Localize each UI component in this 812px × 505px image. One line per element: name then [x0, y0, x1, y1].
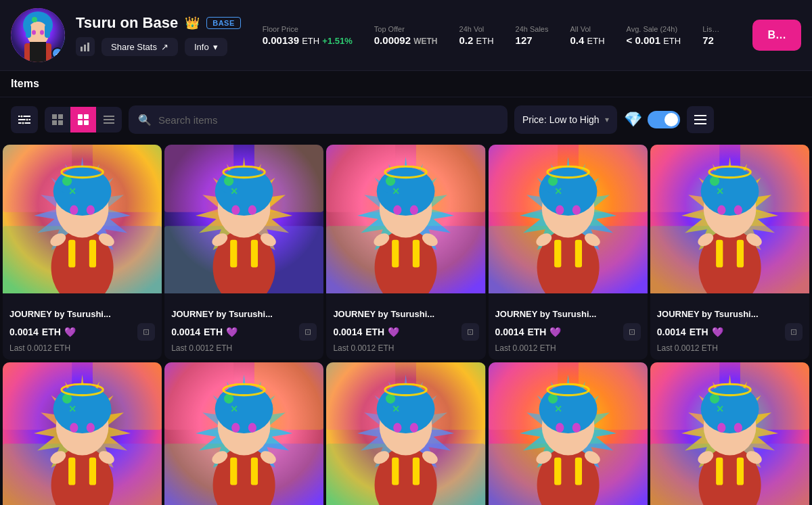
nft-price-row: 0.0014 ETH 💜 ⊡	[171, 323, 317, 341]
toolbar: 🔍 Price: Low to High ▾ 💎	[0, 97, 812, 142]
search-input[interactable]	[158, 114, 498, 126]
all-vol-value: 0.4 ETH	[570, 34, 604, 46]
svg-point-18	[21, 116, 23, 118]
nft-card[interactable]: ✕ JOURNEY by Tsurushi... 0.0014 ETH 💜 ⊡ …	[489, 145, 648, 360]
info-button[interactable]: Info ▾	[185, 38, 227, 56]
chevron-down-icon: ▾	[213, 42, 218, 52]
nft-image: ✕	[164, 362, 323, 505]
view-list-button[interactable]	[96, 107, 122, 133]
svg-rect-11	[81, 47, 83, 51]
svg-point-144	[87, 423, 95, 433]
right-filter-button[interactable]	[687, 106, 714, 133]
svg-point-124	[717, 206, 725, 215]
sort-dropdown[interactable]: Price: Low to High ▾	[514, 105, 617, 134]
svg-rect-164	[230, 458, 237, 485]
nft-footer: Last 0.0012 ETH	[333, 343, 478, 353]
buy-button[interactable]: B…	[752, 20, 801, 51]
svg-rect-108	[574, 240, 581, 268]
svg-rect-12	[84, 45, 86, 51]
price-value: 0.0014	[657, 327, 686, 337]
nft-card[interactable]: ✕ JOURNEY by Tsurushi... 0.0014 ETH 💜 ⊡ …	[326, 145, 485, 360]
expand-icon[interactable]: ⊡	[137, 323, 155, 341]
price-value: 0.0014	[333, 327, 362, 337]
last-price: Last 0.0012 ETH	[9, 343, 70, 353]
svg-point-5	[40, 30, 44, 35]
verified-badge: ✓	[51, 47, 64, 59]
nft-artwork: ✕	[326, 362, 485, 505]
chart-icon[interactable]	[76, 37, 95, 56]
view-large-grid-button[interactable]	[70, 107, 96, 133]
nft-card[interactable]: ✕ JOURNEY by Tsurushi... 0.0014 ETH 💜 ⊡ …	[3, 145, 162, 360]
last-price: Last 0.0012 ETH	[657, 343, 718, 353]
expand-icon[interactable]: ⊡	[299, 323, 317, 341]
expand-icon[interactable]: ⊡	[785, 323, 803, 341]
vol-24h-value: 0.2 ETH	[459, 34, 494, 46]
svg-rect-146	[89, 458, 96, 485]
svg-point-48	[70, 206, 78, 215]
svg-text:✕: ✕	[392, 404, 401, 414]
svg-text:✕: ✕	[716, 186, 724, 197]
purple-heart-icon: 💜	[549, 327, 561, 337]
listed-value: 72	[702, 34, 719, 46]
nft-card[interactable]: ✕ JOURNEY by Tsurushi... 0.0014 ETH 💜 ⊡ …	[650, 362, 809, 505]
items-label: Items	[11, 78, 39, 89]
nft-card[interactable]: ✕ JOURNEY by Tsurushi... 0.0014 ETH 💜 ⊡ …	[650, 145, 809, 360]
svg-text:✕: ✕	[716, 404, 724, 414]
view-toggle	[45, 107, 122, 133]
svg-rect-51	[89, 240, 96, 268]
svg-rect-35	[694, 119, 706, 120]
nft-footer: Last 0.0012 ETH	[495, 343, 641, 353]
expand-icon[interactable]: ⊡	[461, 323, 479, 341]
price-unit: ETH	[42, 327, 61, 337]
share-icon: ↗	[161, 42, 168, 52]
toggle-switch[interactable]	[648, 111, 680, 128]
expand-icon[interactable]: ⊡	[623, 323, 641, 341]
share-stats-button[interactable]: Share Stats ↗	[102, 38, 178, 56]
svg-point-200	[556, 423, 564, 433]
nft-card[interactable]: ✕ JOURNEY by Tsurushi... 0.0014 ETH 💜 ⊡ …	[164, 362, 323, 505]
svg-rect-88	[392, 240, 399, 268]
price-value: 0.0014	[495, 327, 524, 337]
purple-heart-icon: 💜	[64, 327, 76, 337]
svg-rect-165	[251, 458, 258, 485]
filter-button[interactable]	[11, 106, 38, 133]
last-price: Last 0.0012 ETH	[171, 343, 232, 353]
nft-title: JOURNEY by Tsurushi...	[171, 309, 317, 319]
nft-grid: ✕ JOURNEY by Tsurushi... 0.0014 ETH 💜 ⊡ …	[0, 142, 812, 505]
stat-24h-sales: 24h Sales 127	[516, 25, 549, 46]
nft-artwork: ✕	[3, 362, 162, 505]
svg-rect-126	[716, 240, 723, 268]
nft-card[interactable]: ✕ JOURNEY by Tsurushi... 0.0014 ETH 💜 ⊡ …	[489, 362, 648, 505]
svg-point-125	[734, 206, 742, 215]
view-small-grid-button[interactable]	[45, 107, 70, 133]
svg-point-105	[556, 206, 564, 215]
svg-point-49	[87, 206, 95, 215]
chevron-down-icon: ▾	[605, 115, 609, 124]
svg-point-201	[572, 423, 580, 433]
collection-header: ✓ Tsuru on Base 👑 BASE Share Stats ↗ Inf…	[0, 0, 812, 71]
svg-rect-13	[87, 43, 89, 51]
nft-image: ✕	[489, 362, 648, 505]
nft-price: 0.0014 ETH 💜	[657, 327, 723, 337]
svg-rect-107	[554, 240, 561, 268]
top-offer-label: Top Offer	[374, 25, 438, 33]
vol-24h-label: 24h Vol	[459, 25, 494, 33]
nft-card-info: JOURNEY by Tsurushi... 0.0014 ETH 💜 ⊡ La…	[164, 304, 323, 360]
nft-card[interactable]: ✕ JOURNEY by Tsurushi... 0.0014 ETH 💜 ⊡ …	[3, 362, 162, 505]
nft-image: ✕	[489, 145, 648, 304]
nft-title: JOURNEY by Tsurushi...	[495, 309, 641, 319]
crown-icon: 👑	[185, 16, 200, 30]
floor-price-label: Floor Price	[263, 25, 353, 33]
nft-footer: Last 0.0012 ETH	[657, 343, 803, 353]
stat-all-vol: All Vol 0.4 ETH	[570, 25, 604, 46]
svg-text:✕: ✕	[230, 404, 238, 414]
svg-rect-32	[104, 119, 114, 120]
nft-card[interactable]: ✕ JOURNEY by Tsurushi... 0.0014 ETH 💜 ⊡ …	[164, 145, 323, 360]
nft-title: JOURNEY by Tsurushi...	[9, 309, 155, 319]
svg-text:✕: ✕	[230, 186, 238, 197]
nft-image: ✕	[650, 362, 809, 505]
nft-price: 0.0014 ETH 💜	[495, 327, 562, 337]
nft-card[interactable]: ✕ JOURNEY by Tsurushi... 0.0014 ETH 💜 ⊡ …	[326, 362, 485, 505]
diamond-icon: 💎	[624, 111, 642, 128]
svg-rect-8	[26, 24, 31, 38]
